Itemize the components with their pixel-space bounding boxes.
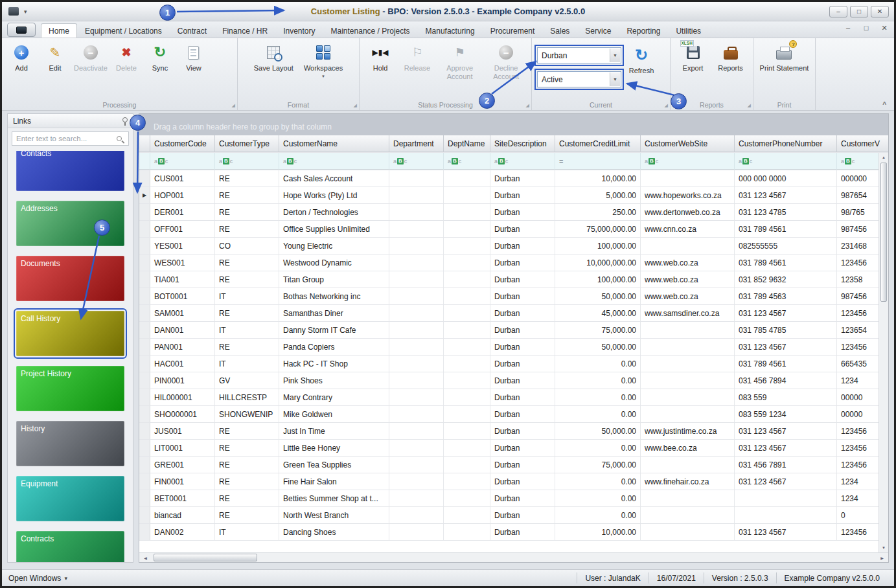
window-minimize-button[interactable]: – bbox=[829, 6, 847, 17]
table-row[interactable]: WES001 RE Westwood Dynamic Durban 10,000… bbox=[139, 254, 888, 271]
scroll-down-icon[interactable]: ▼ bbox=[879, 543, 888, 552]
table-row[interactable]: DAN002 IT Dancing Shoes Durban 10,000.00… bbox=[139, 524, 888, 541]
sidebar-tile[interactable]: Documents bbox=[16, 256, 124, 301]
ribbon-tab[interactable]: Equipment / Locations bbox=[77, 23, 170, 38]
table-row[interactable]: HAC001 IT Hack PC - IT Shop Durban 0.00 … bbox=[139, 356, 888, 372]
search-icon[interactable] bbox=[117, 136, 122, 141]
ribbon-tab[interactable]: Maintenance / Projects bbox=[323, 23, 418, 38]
document-restore-icon[interactable]: □ bbox=[860, 24, 872, 32]
pin-icon[interactable] bbox=[122, 117, 128, 122]
filter-deptname[interactable]: aBc bbox=[444, 153, 490, 170]
column-header-customervat[interactable]: CustomerV bbox=[837, 135, 888, 152]
add-button[interactable]: + Add bbox=[5, 41, 38, 74]
search-input[interactable] bbox=[16, 135, 117, 142]
horizontal-scroll-thumb[interactable] bbox=[154, 554, 257, 561]
sidebar-tile[interactable]: History bbox=[16, 421, 124, 466]
decline-account-button[interactable]: − Decline Account bbox=[483, 41, 529, 82]
table-row[interactable]: LIT0001 RE Little Bee Honey Durban 0.00 … bbox=[139, 440, 888, 457]
table-row[interactable]: FIN0001 RE Fine Hair Salon Durban 0.00 w… bbox=[139, 473, 888, 490]
column-header-department[interactable]: Department bbox=[389, 135, 444, 152]
ribbon-tab[interactable]: Sales bbox=[542, 23, 577, 38]
scroll-right-icon[interactable]: ▶ bbox=[877, 553, 887, 562]
column-header-customerphonenumber[interactable]: CustomerPhoneNumber bbox=[735, 135, 837, 152]
filter-department[interactable]: aBc bbox=[389, 153, 444, 170]
ribbon-tab[interactable]: Procurement bbox=[483, 23, 543, 38]
filter-customertype[interactable]: aBc bbox=[215, 153, 279, 170]
document-minimize-icon[interactable]: – bbox=[842, 24, 854, 32]
open-windows-button[interactable]: Open Windows ▾ bbox=[8, 574, 67, 583]
scroll-left-icon[interactable]: ◀ bbox=[141, 553, 150, 562]
column-header-customercode[interactable]: CustomerCode bbox=[150, 135, 215, 152]
table-row[interactable]: ▶ HOP001 RE Hope Works (Pty) Ltd Durban … bbox=[139, 187, 888, 204]
app-menu-button[interactable] bbox=[7, 23, 36, 37]
table-row[interactable]: HIL000001 HILLCRESTP Mary Contrary Durba… bbox=[139, 389, 888, 406]
window-close-button[interactable]: ✕ bbox=[871, 6, 889, 17]
ribbon-tab[interactable]: Finance / HR bbox=[214, 23, 275, 38]
ribbon-tab[interactable]: Manufacturing bbox=[418, 23, 483, 38]
sidebar-tile[interactable]: Project History bbox=[16, 366, 124, 411]
release-button[interactable]: ⚐ Release bbox=[398, 41, 436, 74]
site-filter-select[interactable]: Durban ▼ bbox=[537, 47, 621, 63]
table-row[interactable]: PIN0001 GV Pink Shoes Durban 0.00 031 45… bbox=[139, 372, 888, 389]
app-icon[interactable] bbox=[8, 7, 19, 16]
table-row[interactable]: DAN001 IT Danny Storm IT Cafe Durban 75,… bbox=[139, 322, 888, 339]
table-row[interactable]: PAN001 RE Panda Copiers Durban 50,000.00… bbox=[139, 339, 888, 356]
table-row[interactable]: SAM001 RE Samanthas Diner Durban 45,000.… bbox=[139, 305, 888, 322]
ribbon-tab[interactable]: Utilities bbox=[668, 23, 709, 38]
dialog-launcher-icon[interactable]: ◢ bbox=[665, 103, 668, 108]
sidebar-tile[interactable]: Contracts bbox=[16, 531, 124, 562]
sidebar-tile[interactable]: Contacts bbox=[16, 151, 124, 191]
table-row[interactable]: JUS001 RE Just In Time Durban 50,000.00 … bbox=[139, 423, 888, 440]
table-row[interactable]: SHO000001 SHONGWENIP Mike Goldwen Durban… bbox=[139, 406, 888, 423]
quick-access-chevron-icon[interactable]: ▾ bbox=[24, 8, 27, 15]
table-row[interactable]: biancad RE North West Branch Durban 0.00… bbox=[139, 507, 888, 524]
vertical-scroll-thumb[interactable] bbox=[880, 163, 887, 302]
filter-customercode[interactable]: aBc bbox=[150, 153, 215, 170]
sidebar-tile[interactable]: Call History bbox=[16, 311, 124, 356]
approve-account-button[interactable]: ⚑ Approve Account bbox=[436, 41, 483, 82]
collapse-ribbon-icon[interactable]: ^ bbox=[882, 101, 886, 108]
ribbon-tab[interactable]: Reporting bbox=[619, 23, 668, 38]
horizontal-scrollbar[interactable]: ◀ ▶ bbox=[139, 552, 888, 562]
edit-button[interactable]: ✎ Edit bbox=[38, 41, 72, 74]
table-row[interactable]: CUS001 RE Cash Sales Account Durban 10,0… bbox=[139, 170, 888, 187]
column-header-customerwebsite[interactable]: CustomerWebSite bbox=[641, 135, 735, 152]
column-header-customercreditlimit[interactable]: CustomerCreditLimit bbox=[555, 135, 641, 152]
sync-button[interactable]: ↻ Sync bbox=[143, 41, 177, 74]
filter-customername[interactable]: aBc bbox=[279, 153, 389, 170]
table-row[interactable]: BOT0001 IT Bothas Networking inc Durban … bbox=[139, 288, 888, 305]
reports-button[interactable]: Reports bbox=[714, 41, 748, 74]
vertical-scrollbar[interactable]: ▲ ▼ bbox=[879, 153, 888, 552]
dialog-launcher-icon[interactable]: ◢ bbox=[748, 103, 751, 108]
save-layout-button[interactable]: Save Layout bbox=[252, 41, 295, 74]
filter-sitedescription[interactable]: aBc bbox=[490, 153, 555, 170]
table-row[interactable]: YES001 CO Young Electric Durban 100,000.… bbox=[139, 238, 888, 254]
refresh-button[interactable]: ↻ Refresh bbox=[623, 43, 660, 77]
workspaces-button[interactable]: Workspaces ▼ bbox=[302, 41, 345, 80]
hold-button[interactable]: ▶▮◀ Hold bbox=[362, 41, 398, 74]
column-header-sitedescription[interactable]: SiteDescription bbox=[490, 135, 555, 152]
dialog-launcher-icon[interactable]: ◢ bbox=[526, 103, 529, 108]
scroll-up-icon[interactable]: ▲ bbox=[879, 153, 888, 162]
filter-customerwebsite[interactable]: aBc bbox=[641, 153, 735, 170]
filter-customerphonenumber[interactable]: aBc bbox=[735, 153, 837, 170]
chevron-down-icon[interactable]: ▼ bbox=[610, 73, 620, 86]
print-statement-button[interactable]: ? Print Statement bbox=[758, 41, 811, 74]
table-row[interactable]: DER001 RE Derton / Technologies Durban 2… bbox=[139, 204, 888, 221]
dialog-launcher-icon[interactable]: ◢ bbox=[232, 103, 235, 108]
status-filter-select[interactable]: Active ▼ bbox=[537, 71, 621, 87]
chevron-down-icon[interactable]: ▼ bbox=[610, 49, 620, 62]
ribbon-tab[interactable]: Inventory bbox=[275, 23, 323, 38]
ribbon-tab[interactable]: Home bbox=[41, 23, 77, 38]
filter-customercreditlimit[interactable]: = bbox=[555, 153, 641, 170]
table-row[interactable]: BET0001 RE Betties Summer Shop at t... D… bbox=[139, 490, 888, 507]
table-row[interactable]: GRE001 RE Green Tea Supplies Durban 75,0… bbox=[139, 457, 888, 473]
deactivate-button[interactable]: − Deactivate bbox=[72, 41, 109, 74]
sidebar-tile[interactable]: Equipment bbox=[16, 476, 124, 521]
document-close-icon[interactable]: ✕ bbox=[879, 24, 890, 32]
ribbon-tab[interactable]: Service bbox=[577, 23, 619, 38]
column-header-customername[interactable]: CustomerName bbox=[279, 135, 389, 152]
table-row[interactable]: OFF001 RE Office Supplies Unlimited Durb… bbox=[139, 221, 888, 238]
delete-button[interactable]: ✖ Delete bbox=[109, 41, 143, 74]
window-maximize-button[interactable]: □ bbox=[850, 6, 868, 17]
